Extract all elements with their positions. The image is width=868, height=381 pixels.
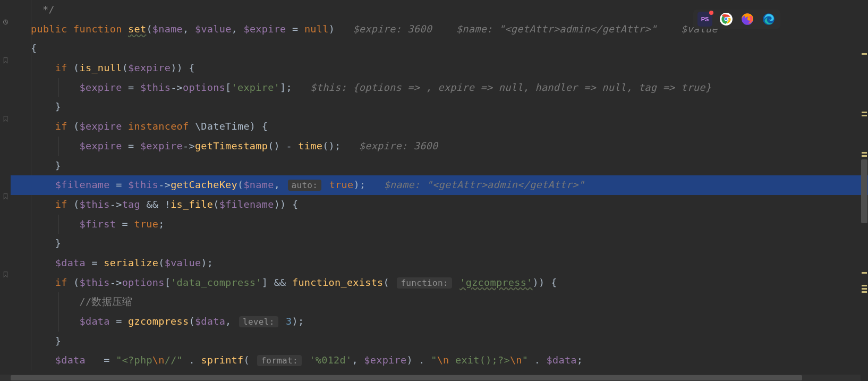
param-hint: auto:	[288, 180, 322, 191]
phpstorm-icon[interactable]	[697, 12, 712, 27]
comment-text: */	[31, 4, 55, 15]
code-line[interactable]: }	[11, 156, 868, 176]
code-line[interactable]: }	[11, 234, 868, 253]
warning-marker[interactable]	[862, 272, 867, 274]
code-line[interactable]: if ($expire instanceof \DateTime) {	[11, 117, 868, 137]
comment-text: //数据压缩	[80, 296, 133, 307]
code-line[interactable]: if ($this->options['data_compress'] && f…	[11, 273, 868, 293]
code-line[interactable]: $expire = $this->options['expire']; $thi…	[11, 78, 868, 98]
edge-icon[interactable]	[761, 12, 776, 27]
code-line[interactable]: $expire = $expire->getTimestamp() - time…	[11, 137, 868, 156]
warning-marker[interactable]	[862, 288, 867, 290]
param-hint: level:	[239, 316, 278, 327]
code-line[interactable]: //数据压缩	[11, 292, 868, 312]
code-line[interactable]: {	[11, 39, 868, 58]
vertical-scrollbar-thumb[interactable]	[861, 159, 867, 223]
code-area[interactable]: */ public function set($name, $value, $e…	[11, 0, 868, 381]
bookmark-icon	[2, 270, 9, 278]
inlay-hint: $this: {options => , expire => null, han…	[310, 82, 711, 93]
os-taskbar	[693, 10, 780, 29]
horizontal-scrollbar[interactable]	[0, 375, 861, 381]
inlay-hint: $expire: 3600	[359, 140, 438, 151]
code-line-highlighted[interactable]: $filename = $this->getCacheKey($name, au…	[11, 175, 868, 195]
bookmark-icon	[2, 192, 9, 200]
override-icon	[2, 18, 9, 26]
firefox-icon[interactable]	[740, 12, 755, 27]
code-line[interactable]: $first = true;	[11, 215, 868, 234]
warning-marker[interactable]	[862, 291, 867, 293]
bookmark-icon	[2, 56, 9, 64]
code-line[interactable]: $data = "<?php\n//" . sprintf( format: '…	[11, 351, 868, 370]
code-line[interactable]: if ($this->tag && !is_file($filename)) {	[11, 195, 868, 215]
code-line[interactable]: $data = gzcompress($data, level: 3);	[11, 312, 868, 332]
code-line[interactable]: }	[11, 97, 868, 117]
inlay-hint: $name: "<getAttr>admin</getAttr>"	[456, 23, 657, 35]
warning-marker[interactable]	[862, 112, 867, 113]
error-stripe[interactable]	[861, 0, 868, 381]
horizontal-scrollbar-thumb[interactable]	[11, 375, 802, 380]
param-hint: format:	[257, 355, 302, 366]
warning-marker[interactable]	[862, 285, 867, 286]
gutter	[0, 0, 11, 381]
code-line[interactable]: $data = serialize($value);	[11, 253, 868, 273]
chrome-icon[interactable]	[719, 12, 734, 27]
inlay-hint: $name: "<getAttr>admin</getAttr>"	[384, 179, 584, 190]
warning-marker[interactable]	[862, 155, 867, 157]
warning-marker[interactable]	[862, 53, 867, 55]
warning-marker[interactable]	[862, 152, 867, 154]
inlay-hint: $expire: 3600	[353, 23, 432, 35]
bookmark-icon	[2, 115, 9, 122]
warning-marker[interactable]	[862, 115, 867, 116]
code-editor[interactable]: */ public function set($name, $value, $e…	[0, 0, 868, 381]
code-line[interactable]: if (is_null($expire)) {	[11, 58, 868, 78]
code-line[interactable]: }	[11, 332, 868, 351]
param-hint: function:	[397, 277, 452, 289]
svg-point-3	[725, 18, 728, 21]
